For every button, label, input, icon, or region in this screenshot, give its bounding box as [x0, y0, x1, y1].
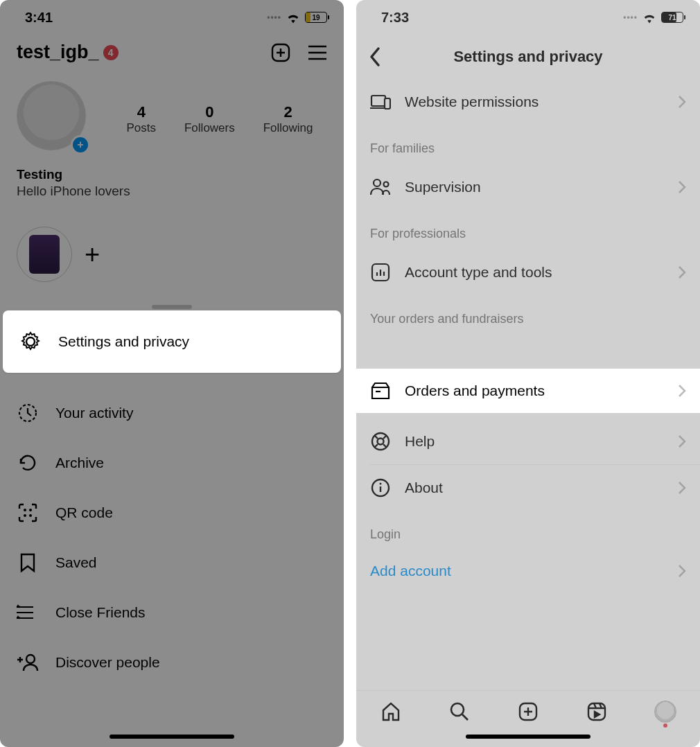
tab-search[interactable]: [448, 700, 471, 723]
chevron-right-icon: [678, 434, 686, 448]
section-professionals: For professionals: [356, 210, 700, 249]
profile-info: + 4 Posts 0 Followers 2 Following: [0, 69, 344, 157]
status-dots: ••••: [623, 12, 638, 22]
settings-label: Account type and tools: [405, 264, 552, 281]
avatar-add-icon[interactable]: +: [71, 135, 90, 155]
avatar[interactable]: +: [17, 81, 93, 157]
settings-item-add-account[interactable]: Add account: [356, 550, 700, 592]
devices-icon: [370, 91, 391, 112]
stat-posts[interactable]: 4 Posts: [126, 103, 156, 135]
qr-icon: [17, 502, 39, 524]
highlight-add-icon[interactable]: +: [85, 240, 100, 270]
settings-label: Supervision: [405, 179, 481, 195]
section-login: Login: [356, 511, 700, 550]
settings-label: Orders and payments: [405, 383, 545, 399]
menu-item-settings[interactable]: Settings and privacy: [3, 310, 341, 373]
svg-point-17: [451, 703, 464, 716]
tab-reels[interactable]: [585, 700, 609, 723]
menu-label: QR code: [55, 504, 113, 521]
svg-point-6: [26, 655, 35, 663]
menu-item-qr[interactable]: QR code: [0, 488, 344, 538]
chevron-right-icon: [678, 95, 686, 109]
settings-header: Settings and privacy: [356, 35, 700, 79]
chevron-right-icon: [678, 265, 686, 279]
svg-point-4: [24, 514, 26, 517]
svg-point-10: [374, 179, 380, 186]
settings-item-about[interactable]: About: [356, 465, 700, 511]
left-screenshot: 3:41 •••• 19 test_igb_ 4: [0, 0, 344, 747]
tab-home[interactable]: [379, 700, 403, 723]
bio: Testing Hello iPhone lovers: [0, 157, 344, 199]
archive-icon: [17, 452, 39, 474]
battery-icon: 19: [305, 12, 327, 23]
home-indicator[interactable]: [110, 735, 234, 739]
hamburger-menu-icon[interactable]: [308, 45, 327, 60]
chevron-right-icon: [678, 180, 686, 194]
chevron-right-icon: [678, 564, 686, 578]
settings-item-orders[interactable]: Orders and payments: [356, 369, 700, 413]
wifi-icon: [286, 12, 301, 23]
bio-text: Hello iPhone lovers: [17, 184, 327, 199]
wifi-icon: [642, 12, 657, 23]
insights-icon: [370, 262, 391, 283]
section-orders: Your orders and fundraisers: [356, 295, 700, 335]
stat-following[interactable]: 2 Following: [263, 103, 313, 135]
home-indicator[interactable]: [466, 735, 590, 739]
close-friends-icon: [17, 601, 39, 624]
svg-rect-19: [588, 703, 605, 720]
settings-label: Website permissions: [405, 94, 539, 110]
svg-point-3: [29, 509, 32, 511]
settings-item-help[interactable]: Help: [356, 419, 700, 464]
chevron-right-icon: [678, 481, 686, 495]
activity-icon: [17, 402, 39, 424]
settings-item-account-type[interactable]: Account type and tools: [356, 249, 700, 295]
menu-item-activity[interactable]: Your activity: [0, 388, 344, 438]
info-icon: [370, 477, 391, 498]
settings-label: About: [405, 480, 443, 496]
create-icon[interactable]: [270, 42, 291, 63]
svg-point-16: [380, 483, 382, 485]
menu-label: Archive: [55, 455, 104, 471]
menu-label: Saved: [55, 554, 97, 571]
notification-dot-icon: [663, 723, 667, 728]
back-button[interactable]: [369, 46, 381, 67]
svg-point-5: [29, 514, 32, 517]
settings-item-supervision[interactable]: Supervision: [356, 164, 700, 210]
username-dropdown[interactable]: test_igb_ 4: [17, 42, 119, 63]
svg-point-7: [26, 337, 35, 346]
tab-profile[interactable]: [654, 700, 677, 723]
menu-item-saved[interactable]: Saved: [0, 538, 344, 588]
menu-item-archive[interactable]: Archive: [0, 438, 344, 488]
profile-header: test_igb_ 4: [0, 35, 344, 69]
section-families: For families: [356, 125, 700, 164]
menu-label: Close Friends: [55, 604, 146, 621]
settings-item-website-permissions[interactable]: Website permissions: [356, 79, 700, 125]
discover-people-icon: [17, 651, 39, 674]
username: test_igb_: [17, 42, 99, 63]
menu-item-discover[interactable]: Discover people: [0, 638, 344, 687]
tab-create[interactable]: [516, 700, 540, 723]
help-icon: [370, 431, 391, 452]
settings-label: Add account: [370, 563, 451, 579]
orders-icon: [370, 380, 391, 401]
menu-label: Discover people: [55, 654, 160, 671]
status-bar: 7:33 •••• 71: [356, 0, 700, 35]
settings-icon: [19, 331, 42, 353]
svg-point-11: [384, 182, 389, 187]
status-dots: ••••: [267, 12, 281, 22]
page-title: Settings and privacy: [356, 48, 700, 66]
menu-item-close-friends[interactable]: Close Friends: [0, 588, 344, 638]
saved-icon: [17, 552, 39, 574]
battery-icon: 71: [661, 12, 683, 23]
stat-followers[interactable]: 0 Followers: [184, 103, 235, 135]
chevron-right-icon: [678, 384, 686, 398]
status-bar: 3:41 •••• 19: [0, 0, 344, 35]
svg-rect-8: [371, 96, 385, 106]
status-time: 7:33: [381, 10, 409, 26]
display-name: Testing: [17, 167, 327, 182]
svg-point-2: [24, 509, 26, 511]
highlight-story[interactable]: [17, 227, 72, 282]
svg-point-14: [378, 439, 384, 445]
sheet-handle[interactable]: [152, 305, 192, 309]
menu-label: Your activity: [55, 405, 133, 421]
